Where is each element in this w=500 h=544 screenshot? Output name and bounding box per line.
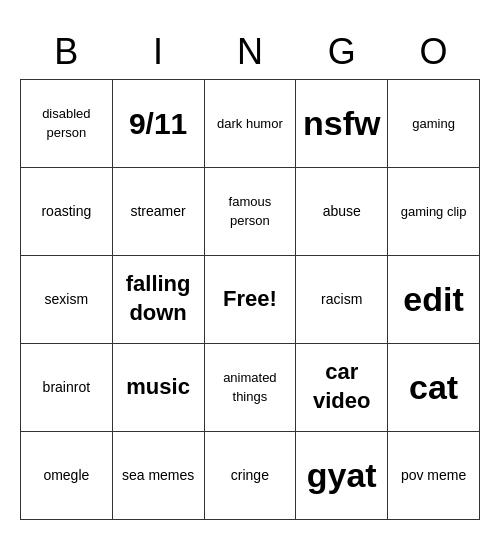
bingo-cell[interactable]: roasting bbox=[21, 167, 113, 255]
bingo-cell[interactable]: cat bbox=[388, 343, 480, 431]
bingo-cell[interactable]: brainrot bbox=[21, 343, 113, 431]
cell-label: music bbox=[126, 374, 190, 399]
bingo-cell[interactable]: famous person bbox=[204, 167, 296, 255]
bingo-cell[interactable]: music bbox=[112, 343, 204, 431]
cell-label: brainrot bbox=[43, 379, 90, 395]
bingo-cell[interactable]: streamer bbox=[112, 167, 204, 255]
cell-label: nsfw bbox=[303, 104, 380, 142]
bingo-cell[interactable]: 9/11 bbox=[112, 79, 204, 167]
bingo-cell[interactable]: sexism bbox=[21, 255, 113, 343]
cell-label: disabled person bbox=[42, 106, 90, 140]
cell-label: sexism bbox=[45, 291, 89, 307]
cell-label: cringe bbox=[231, 467, 269, 483]
cell-label: animated things bbox=[223, 370, 276, 404]
bingo-cell[interactable]: falling down bbox=[112, 255, 204, 343]
table-row: sexismfalling downFree!racismedit bbox=[21, 255, 480, 343]
bingo-cell[interactable]: car video bbox=[296, 343, 388, 431]
header-o: O bbox=[388, 25, 480, 80]
cell-label: racism bbox=[321, 291, 362, 307]
cell-label: famous person bbox=[229, 194, 272, 228]
cell-label: abuse bbox=[323, 203, 361, 219]
bingo-cell[interactable]: abuse bbox=[296, 167, 388, 255]
cell-label: dark humor bbox=[217, 116, 283, 131]
bingo-cell[interactable]: edit bbox=[388, 255, 480, 343]
bingo-cell[interactable]: dark humor bbox=[204, 79, 296, 167]
cell-label: sea memes bbox=[122, 467, 194, 483]
table-row: brainrotmusicanimated thingscar videocat bbox=[21, 343, 480, 431]
header-n: N bbox=[204, 25, 296, 80]
bingo-cell[interactable]: gyat bbox=[296, 431, 388, 519]
cell-label: Free! bbox=[223, 286, 277, 311]
table-row: disabled person9/11dark humornsfwgaming bbox=[21, 79, 480, 167]
bingo-cell[interactable]: omegle bbox=[21, 431, 113, 519]
cell-label: gaming bbox=[412, 116, 455, 131]
bingo-card: B I N G O disabled person9/11dark humorn… bbox=[20, 25, 480, 520]
cell-label: 9/11 bbox=[129, 107, 187, 140]
bingo-cell[interactable]: cringe bbox=[204, 431, 296, 519]
header-row: B I N G O bbox=[21, 25, 480, 80]
bingo-cell[interactable]: gaming bbox=[388, 79, 480, 167]
bingo-cell[interactable]: animated things bbox=[204, 343, 296, 431]
header-i: I bbox=[112, 25, 204, 80]
table-row: omeglesea memescringegyatpov meme bbox=[21, 431, 480, 519]
cell-label: cat bbox=[409, 368, 458, 406]
table-row: roastingstreamerfamous personabusegaming… bbox=[21, 167, 480, 255]
bingo-cell[interactable]: nsfw bbox=[296, 79, 388, 167]
bingo-cell[interactable]: disabled person bbox=[21, 79, 113, 167]
cell-label: omegle bbox=[43, 467, 89, 483]
cell-label: car video bbox=[313, 359, 370, 413]
header-g: G bbox=[296, 25, 388, 80]
cell-label: streamer bbox=[130, 203, 185, 219]
bingo-cell[interactable]: Free! bbox=[204, 255, 296, 343]
cell-label: gyat bbox=[307, 456, 377, 494]
bingo-cell[interactable]: sea memes bbox=[112, 431, 204, 519]
cell-label: pov meme bbox=[401, 467, 466, 483]
cell-label: gaming clip bbox=[401, 204, 467, 219]
bingo-cell[interactable]: pov meme bbox=[388, 431, 480, 519]
header-b: B bbox=[21, 25, 113, 80]
bingo-cell[interactable]: racism bbox=[296, 255, 388, 343]
cell-label: falling down bbox=[126, 271, 191, 325]
cell-label: edit bbox=[403, 280, 463, 318]
cell-label: roasting bbox=[41, 203, 91, 219]
bingo-cell[interactable]: gaming clip bbox=[388, 167, 480, 255]
